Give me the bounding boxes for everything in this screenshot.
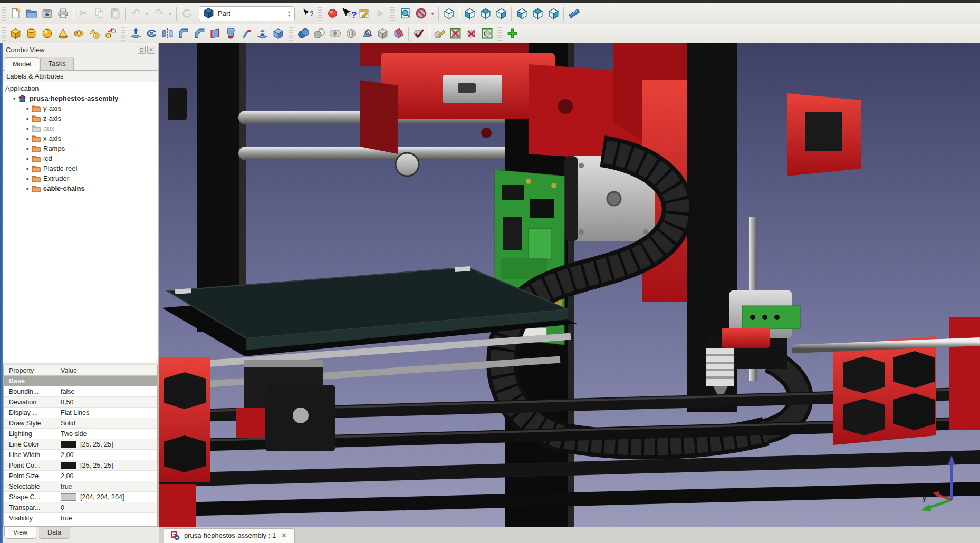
tree-item-cable-chains[interactable]: ▸cable-chains	[3, 183, 158, 193]
view-front-icon[interactable]	[462, 6, 477, 22]
view-bottom-icon[interactable]	[530, 6, 545, 22]
property-row-transpar---[interactable]: Transpar...0	[4, 502, 157, 513]
tree-item-lcd[interactable]: ▸lcd	[3, 153, 158, 163]
part-torus-icon[interactable]	[71, 26, 87, 42]
view-left-icon[interactable]	[545, 6, 561, 22]
part-ruled-surface-icon[interactable]	[207, 26, 223, 42]
view-rear-icon[interactable]	[514, 6, 530, 22]
tree-column-header[interactable]: Labels & Attributes	[3, 71, 158, 82]
part-shape-builder-icon[interactable]	[102, 26, 118, 42]
tree-expander-icon[interactable]: ▸	[24, 125, 32, 131]
tree-item-extruder[interactable]: ▸Extruder	[3, 173, 158, 183]
tree-item-y-axis[interactable]: ▸y-axis	[3, 103, 158, 113]
remove-shape-a-icon[interactable]	[447, 26, 463, 42]
edit-shape-icon[interactable]	[431, 26, 447, 42]
toolbar-grip[interactable]	[2, 27, 6, 41]
toolbar-grip[interactable]	[289, 27, 293, 41]
new-document-icon[interactable]	[7, 6, 23, 22]
3d-viewport[interactable]: z y x	[159, 43, 980, 527]
toolbar-grip[interactable]	[2, 7, 6, 21]
tree-item-ramps[interactable]: ▸Ramps	[3, 143, 158, 153]
measure-distance-icon[interactable]	[566, 6, 582, 22]
tree-item-aux[interactable]: ▸aux	[3, 123, 158, 133]
property-column-header[interactable]: Property	[4, 365, 57, 375]
part-loft-icon[interactable]	[223, 26, 238, 42]
tree-expander-icon[interactable]: ▸	[24, 135, 32, 141]
tree-expander-icon[interactable]: ▸	[24, 166, 32, 171]
view-right-icon[interactable]	[493, 6, 509, 22]
toolbar-grip[interactable]	[497, 27, 502, 41]
tree-expander-icon[interactable]: ▸	[24, 115, 32, 121]
property-row-draw-style[interactable]: Draw StyleSolid	[4, 418, 157, 429]
workbench-selector[interactable]: Part▴▾	[199, 6, 295, 21]
tab-model[interactable]: Model	[5, 57, 39, 71]
property-row-base[interactable]: Base	[4, 376, 157, 386]
property-row-deviation[interactable]: Deviation0,50	[4, 397, 157, 408]
part-sweep-icon[interactable]	[238, 26, 254, 42]
toolbar-grip[interactable]	[121, 27, 125, 41]
property-row-display----[interactable]: Display ...Flat Lines	[4, 408, 157, 418]
property-row-shape-c---[interactable]: Shape C...[204, 204, 204]	[4, 492, 157, 502]
fit-all-icon[interactable]	[397, 6, 413, 22]
boolean-intersection-icon[interactable]	[327, 26, 343, 42]
view-top-icon[interactable]	[477, 6, 493, 22]
part-box-icon[interactable]	[7, 26, 23, 42]
draw-style-dropdown-icon[interactable]: ▾	[429, 6, 436, 22]
part-primitives-icon[interactable]	[87, 26, 102, 42]
toolbar-grip[interactable]	[318, 7, 322, 21]
part-cylinder-icon[interactable]	[23, 26, 39, 42]
part-offset-icon[interactable]	[254, 26, 270, 42]
part-thickness-icon[interactable]	[270, 26, 286, 42]
property-row-visibility[interactable]: Visibilitytrue	[4, 513, 157, 523]
tree-expander-icon[interactable]: ▸	[24, 186, 32, 191]
make-compound-icon[interactable]	[374, 26, 390, 42]
explode-compound-icon[interactable]	[390, 26, 406, 42]
macro-record-icon[interactable]	[324, 6, 340, 22]
toolbar-grip[interactable]	[390, 7, 395, 21]
tree-expander-icon[interactable]: ▾	[11, 95, 18, 101]
boolean-section-icon[interactable]	[343, 26, 359, 42]
value-column-header[interactable]: Value	[57, 365, 157, 375]
workbench-selector-spinners[interactable]: ▴▾	[285, 7, 293, 20]
document-tab-close-icon[interactable]: ✕	[280, 531, 288, 539]
tab-data[interactable]: Data	[39, 527, 70, 539]
property-row-boundin---[interactable]: Boundin...false	[4, 386, 157, 397]
tree-expander-icon[interactable]: ▸	[24, 156, 32, 161]
property-row-selectable[interactable]: Selectabletrue	[4, 481, 157, 492]
save-document-icon[interactable]	[39, 6, 55, 22]
part-extrude-icon[interactable]	[128, 26, 143, 42]
shape-from-mesh-icon[interactable]	[479, 26, 495, 42]
part-fillet-icon[interactable]	[175, 26, 191, 42]
panel-float-button[interactable]: ◻	[138, 46, 146, 54]
panel-close-button[interactable]: ✕	[147, 46, 155, 54]
property-row-lighting[interactable]: LightingTwo side	[4, 429, 157, 439]
tree-item-x-axis[interactable]: ▸x-axis	[3, 133, 158, 143]
tree-item-plastic-reel[interactable]: ▸Plastic-reel	[3, 163, 158, 173]
part-cone-icon[interactable]	[55, 26, 71, 42]
property-row-line-width[interactable]: Line Width2,00	[4, 450, 157, 460]
open-document-icon[interactable]	[23, 6, 39, 22]
tree-expander-icon[interactable]: ▸	[24, 176, 32, 181]
part-mirror-icon[interactable]	[159, 26, 175, 42]
boolean-cut-icon[interactable]	[311, 26, 327, 42]
draw-style-icon[interactable]	[413, 6, 429, 22]
boolean-union-icon[interactable]	[295, 26, 311, 42]
tree-expander-icon[interactable]: ▸	[24, 105, 32, 111]
view-axonometric-icon[interactable]	[441, 6, 457, 22]
whats-this-icon[interactable]: ?	[299, 6, 315, 22]
property-row-point-co---[interactable]: Point Co...[25, 25, 25]	[4, 460, 157, 471]
property-row-line-color[interactable]: Line Color[25, 25, 25]	[4, 439, 157, 450]
part-chamfer-icon[interactable]	[191, 26, 207, 42]
remove-shape-b-icon[interactable]	[463, 26, 479, 42]
cross-sections-icon[interactable]	[359, 26, 374, 42]
combo-view-titlebar[interactable]: Combo View ◻ ✕	[3, 43, 158, 56]
check-geometry-icon[interactable]	[411, 26, 427, 42]
print-document-icon[interactable]	[55, 6, 71, 22]
tree-item-application[interactable]: Application	[3, 83, 158, 93]
part-revolve-icon[interactable]	[143, 26, 159, 42]
part-sphere-icon[interactable]	[39, 26, 55, 42]
document-tab[interactable]: prusa-hephestos-assembly : 1 ✕	[164, 528, 295, 543]
add-item-icon[interactable]	[504, 26, 520, 42]
tree-item-z-axis[interactable]: ▸z-axis	[3, 113, 158, 123]
tab-view[interactable]: View	[4, 527, 36, 539]
